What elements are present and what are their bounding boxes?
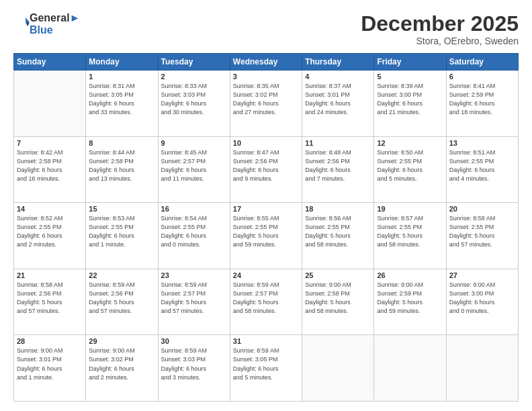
page: General► Blue December 2025 Stora, OEreb… xyxy=(0,0,532,411)
calendar-week-row: 1Sunrise: 8:31 AM Sunset: 3:05 PM Daylig… xyxy=(14,71,519,137)
location: Stora, OErebro, Sweden xyxy=(361,36,519,46)
title-block: December 2025 Stora, OErebro, Sweden xyxy=(361,12,519,46)
day-number: 18 xyxy=(305,205,371,213)
day-number: 17 xyxy=(233,205,299,213)
day-number: 27 xyxy=(449,271,515,279)
calendar-cell: 15Sunrise: 8:53 AM Sunset: 2:55 PM Dayli… xyxy=(86,203,158,269)
day-number: 28 xyxy=(17,337,83,345)
day-info: Sunrise: 9:00 AM Sunset: 3:01 PM Dayligh… xyxy=(17,347,83,381)
calendar-cell xyxy=(446,335,518,402)
calendar-cell: 17Sunrise: 8:55 AM Sunset: 2:55 PM Dayli… xyxy=(230,203,302,269)
day-number: 3 xyxy=(233,73,299,81)
day-info: Sunrise: 8:57 AM Sunset: 2:55 PM Dayligh… xyxy=(377,214,443,249)
day-info: Sunrise: 8:47 AM Sunset: 2:56 PM Dayligh… xyxy=(233,148,299,183)
day-info: Sunrise: 8:59 AM Sunset: 2:57 PM Dayligh… xyxy=(233,281,299,316)
calendar-cell: 27Sunrise: 9:00 AM Sunset: 3:00 PM Dayli… xyxy=(446,269,518,335)
calendar-cell xyxy=(14,71,86,137)
day-number: 7 xyxy=(17,139,83,147)
day-info: Sunrise: 8:56 AM Sunset: 2:55 PM Dayligh… xyxy=(305,214,371,249)
calendar-cell xyxy=(374,335,446,402)
calendar-cell: 30Sunrise: 8:59 AM Sunset: 3:03 PM Dayli… xyxy=(158,335,230,402)
calendar-cell: 4Sunrise: 8:37 AM Sunset: 3:01 PM Daylig… xyxy=(302,71,374,137)
logo-text: General► xyxy=(30,12,80,24)
calendar-cell: 9Sunrise: 8:45 AM Sunset: 2:57 PM Daylig… xyxy=(158,136,230,203)
calendar-cell: 23Sunrise: 8:59 AM Sunset: 2:57 PM Dayli… xyxy=(158,269,230,335)
calendar-cell: 13Sunrise: 8:51 AM Sunset: 2:55 PM Dayli… xyxy=(446,136,518,203)
calendar-cell: 7Sunrise: 8:42 AM Sunset: 2:58 PM Daylig… xyxy=(14,136,86,203)
day-info: Sunrise: 8:42 AM Sunset: 2:58 PM Dayligh… xyxy=(17,148,83,183)
day-info: Sunrise: 8:39 AM Sunset: 3:00 PM Dayligh… xyxy=(377,82,443,117)
day-number: 5 xyxy=(377,73,443,81)
calendar-cell: 25Sunrise: 9:00 AM Sunset: 2:58 PM Dayli… xyxy=(302,269,374,335)
day-number: 19 xyxy=(377,205,443,213)
calendar-cell: 28Sunrise: 9:00 AM Sunset: 3:01 PM Dayli… xyxy=(14,335,86,402)
day-info: Sunrise: 8:59 AM Sunset: 3:03 PM Dayligh… xyxy=(161,347,227,381)
day-number: 14 xyxy=(17,205,83,213)
calendar-week-row: 28Sunrise: 9:00 AM Sunset: 3:01 PM Dayli… xyxy=(14,335,519,402)
calendar-cell: 16Sunrise: 8:54 AM Sunset: 2:55 PM Dayli… xyxy=(158,203,230,269)
day-info: Sunrise: 8:58 AM Sunset: 2:55 PM Dayligh… xyxy=(449,214,515,249)
day-number: 1 xyxy=(89,73,154,81)
day-number: 20 xyxy=(449,205,515,213)
weekday-header: Saturday xyxy=(446,54,518,71)
weekday-header: Tuesday xyxy=(158,54,230,71)
day-info: Sunrise: 8:51 AM Sunset: 2:55 PM Dayligh… xyxy=(449,148,515,183)
day-info: Sunrise: 8:41 AM Sunset: 2:59 PM Dayligh… xyxy=(449,82,515,117)
month-title: December 2025 xyxy=(361,12,519,36)
header: General► Blue December 2025 Stora, OEreb… xyxy=(13,12,519,46)
calendar-cell: 29Sunrise: 9:00 AM Sunset: 3:02 PM Dayli… xyxy=(86,335,158,402)
day-number: 22 xyxy=(89,271,154,279)
weekday-header: Monday xyxy=(86,54,158,71)
day-number: 29 xyxy=(89,337,154,345)
day-info: Sunrise: 9:00 AM Sunset: 3:00 PM Dayligh… xyxy=(449,281,515,316)
day-info: Sunrise: 9:00 AM Sunset: 3:02 PM Dayligh… xyxy=(89,347,154,381)
day-info: Sunrise: 8:33 AM Sunset: 3:03 PM Dayligh… xyxy=(161,82,227,117)
calendar-cell: 21Sunrise: 8:58 AM Sunset: 2:56 PM Dayli… xyxy=(14,269,86,335)
day-info: Sunrise: 8:54 AM Sunset: 2:55 PM Dayligh… xyxy=(161,214,227,249)
day-info: Sunrise: 8:31 AM Sunset: 3:05 PM Dayligh… xyxy=(89,82,154,117)
day-number: 11 xyxy=(305,139,371,147)
calendar-cell: 18Sunrise: 8:56 AM Sunset: 2:55 PM Dayli… xyxy=(302,203,374,269)
day-info: Sunrise: 8:58 AM Sunset: 2:56 PM Dayligh… xyxy=(17,281,83,316)
calendar-cell: 6Sunrise: 8:41 AM Sunset: 2:59 PM Daylig… xyxy=(446,71,518,137)
day-number: 26 xyxy=(377,271,443,279)
day-info: Sunrise: 8:55 AM Sunset: 2:55 PM Dayligh… xyxy=(233,214,299,249)
calendar-cell: 1Sunrise: 8:31 AM Sunset: 3:05 PM Daylig… xyxy=(86,71,158,137)
day-info: Sunrise: 8:48 AM Sunset: 2:56 PM Dayligh… xyxy=(305,148,371,183)
day-info: Sunrise: 8:59 AM Sunset: 3:05 PM Dayligh… xyxy=(233,347,299,381)
calendar-cell: 24Sunrise: 8:59 AM Sunset: 2:57 PM Dayli… xyxy=(230,269,302,335)
day-number: 21 xyxy=(17,271,83,279)
day-number: 4 xyxy=(305,73,371,81)
day-info: Sunrise: 8:45 AM Sunset: 2:57 PM Dayligh… xyxy=(161,148,227,183)
calendar-cell: 10Sunrise: 8:47 AM Sunset: 2:56 PM Dayli… xyxy=(230,136,302,203)
day-number: 23 xyxy=(161,271,227,279)
day-number: 13 xyxy=(449,139,515,147)
calendar-week-row: 21Sunrise: 8:58 AM Sunset: 2:56 PM Dayli… xyxy=(14,269,519,335)
day-number: 6 xyxy=(449,73,515,81)
day-info: Sunrise: 8:50 AM Sunset: 2:55 PM Dayligh… xyxy=(377,148,443,183)
logo-icon xyxy=(15,15,30,30)
calendar-cell: 22Sunrise: 8:59 AM Sunset: 2:56 PM Dayli… xyxy=(86,269,158,335)
calendar-week-row: 14Sunrise: 8:52 AM Sunset: 2:55 PM Dayli… xyxy=(14,203,519,269)
day-info: Sunrise: 8:35 AM Sunset: 3:02 PM Dayligh… xyxy=(233,82,299,117)
day-number: 30 xyxy=(161,337,227,345)
logo: General► Blue xyxy=(13,12,80,36)
calendar-header-row: SundayMondayTuesdayWednesdayThursdayFrid… xyxy=(14,54,519,71)
calendar-cell: 19Sunrise: 8:57 AM Sunset: 2:55 PM Dayli… xyxy=(374,203,446,269)
day-number: 24 xyxy=(233,271,299,279)
logo-blue: Blue xyxy=(30,24,80,36)
day-info: Sunrise: 8:37 AM Sunset: 3:01 PM Dayligh… xyxy=(305,82,371,117)
calendar-cell: 3Sunrise: 8:35 AM Sunset: 3:02 PM Daylig… xyxy=(230,71,302,137)
weekday-header: Thursday xyxy=(302,54,374,71)
weekday-header: Sunday xyxy=(14,54,86,71)
day-number: 15 xyxy=(89,205,154,213)
day-number: 16 xyxy=(161,205,227,213)
day-info: Sunrise: 8:59 AM Sunset: 2:56 PM Dayligh… xyxy=(89,281,154,316)
day-number: 9 xyxy=(161,139,227,147)
weekday-header: Friday xyxy=(374,54,446,71)
day-info: Sunrise: 8:44 AM Sunset: 2:58 PM Dayligh… xyxy=(89,148,154,183)
day-info: Sunrise: 9:00 AM Sunset: 2:59 PM Dayligh… xyxy=(377,281,443,316)
day-number: 25 xyxy=(305,271,371,279)
calendar-cell: 14Sunrise: 8:52 AM Sunset: 2:55 PM Dayli… xyxy=(14,203,86,269)
calendar-cell xyxy=(302,335,374,402)
